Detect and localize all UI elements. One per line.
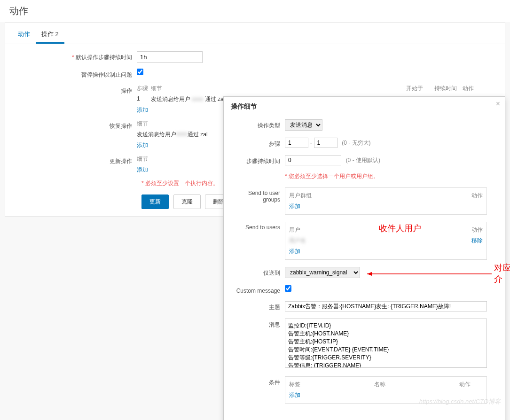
add-cond-link[interactable]: 添加 [289, 392, 300, 398]
default-duration-label: * 默认操作步骤持续时间 [15, 51, 137, 62]
subject-input[interactable] [285, 301, 487, 311]
cond-th-name: 名称 [374, 381, 459, 389]
subject-label: 主题 [231, 301, 285, 311]
cond-label: 条件 [231, 376, 285, 387]
message-label: 消息 [231, 319, 285, 329]
update-ops-label: 更新操作 [15, 155, 137, 165]
custom-msg-checkbox[interactable] [285, 285, 291, 292]
th-start: 开始于 [406, 85, 434, 93]
duration-label: 步骤持续时间 [231, 155, 285, 165]
custom-msg-label: Custom message [231, 285, 285, 294]
type-select[interactable]: 发送消息 [285, 119, 322, 131]
update-th: 细节 [137, 155, 148, 163]
duration-input[interactable] [285, 155, 341, 165]
groups-label: Send to user groups [231, 187, 285, 203]
groups-action-th: 动作 [459, 192, 483, 200]
overlay-dialog: × 操作细节 操作类型 发送消息 步骤 - (0 - 无穷大) 步骤持续时间 (… [223, 96, 505, 420]
annotation-media: 对应的告警媒介 [494, 262, 510, 285]
only-to-label: 仅送到 [231, 267, 285, 277]
th-step: 步骤 [137, 85, 151, 93]
user-remove-link[interactable]: 移除 [471, 237, 483, 244]
recovery-th: 细节 [137, 120, 148, 128]
add-group-link[interactable]: 添加 [289, 203, 300, 210]
message-textarea[interactable]: 监控ID:{ITEM.ID} 告警主机:{HOST.NAME} 告警主机:{HO… [285, 319, 487, 368]
tab-action[interactable]: 动作 [12, 26, 36, 44]
users-th: 用户 [289, 226, 459, 234]
step-from-input[interactable] [285, 138, 308, 148]
close-icon[interactable]: × [496, 100, 500, 108]
add-operation-link[interactable]: 添加 [137, 107, 148, 113]
step-hint: (0 - 无穷大) [342, 140, 370, 146]
pause-label: 暂停操作以制止问题 [15, 69, 137, 79]
update-button[interactable]: 更新 [141, 194, 169, 209]
must-select-note: * 您必须至少选择一个用户或用户组。 [285, 172, 498, 180]
type-label: 操作类型 [231, 119, 285, 130]
page-title: 动作 [0, 0, 510, 22]
th-duration: 持续时间 [434, 85, 463, 93]
overlay-title: 操作细节 [224, 97, 505, 115]
th-detail: 细节 [151, 85, 406, 93]
groups-th: 用户群组 [289, 192, 459, 200]
recovery-label: 恢复操作 [15, 120, 137, 130]
pause-checkbox[interactable] [137, 69, 143, 75]
cond-th-label: 标签 [289, 381, 374, 389]
clone-button[interactable]: 克隆 [173, 194, 201, 209]
duration-hint: (0 - 使用默认) [346, 157, 380, 163]
add-update-link[interactable]: 添加 [137, 166, 148, 173]
only-to-select[interactable]: zabbix_warning_signal [285, 267, 360, 278]
step-to-input[interactable] [314, 138, 337, 148]
operations-label: 操作 [15, 85, 137, 95]
add-user-link[interactable]: 添加 [289, 248, 300, 255]
tabs: 动作 操作 2 [5, 23, 505, 44]
svg-marker-1 [367, 272, 372, 276]
default-duration-input[interactable] [137, 51, 203, 63]
tab-operations[interactable]: 操作 2 [36, 26, 64, 44]
step-label: 步骤 [231, 138, 285, 148]
add-recovery-link[interactable]: 添加 [137, 142, 148, 148]
cond-th-action: 动作 [459, 381, 483, 389]
th-action: 动作 [463, 85, 495, 93]
users-action-th: 动作 [459, 226, 483, 234]
user-row: 用户名移除 [289, 237, 483, 245]
users-label: Send to users [231, 222, 285, 231]
annotation-arrow [365, 269, 492, 279]
